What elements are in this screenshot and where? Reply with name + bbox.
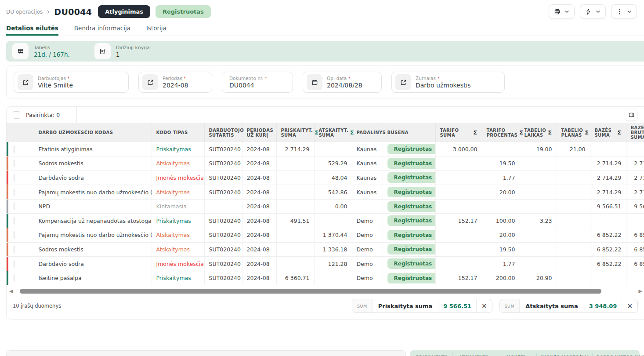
cell-tab_laikas — [520, 156, 557, 171]
total-įmonės-mokes-iai: ĮMONĖS MOKESČIAI169.32 € — [537, 353, 593, 356]
printer-button[interactable] — [549, 4, 575, 19]
select-all-checkbox[interactable] — [13, 111, 20, 119]
sigma-icon[interactable]: Σ — [519, 129, 523, 136]
total-darbo-vietos-kaina: DARBO VIETOS KAINA9735.83 € — [593, 353, 644, 356]
close-icon[interactable]: × — [622, 299, 637, 312]
cell-code: Pajamų mokestis nuo darbo užmokesčio (20… — [34, 185, 152, 200]
cell-code: Kompensacija už nepanaudotas atostogas — [34, 214, 152, 228]
column-header-tab_laikas[interactable]: TABELIO LAIKASΣ — [520, 123, 557, 142]
row-status-badge: Registruotas — [387, 187, 436, 197]
tab-bendra-informacija[interactable]: Bendra informacija — [74, 25, 130, 36]
info-card-label: Didžioji knyga — [116, 45, 150, 51]
scrollbar-track[interactable] — [14, 289, 637, 294]
close-icon[interactable]: × — [477, 299, 492, 312]
table-row[interactable]: Kompensacija už nepanaudotas atostogasPr… — [7, 214, 644, 228]
kebab-button[interactable] — [611, 4, 637, 19]
cell-tipas: Įmonės mokesčiai — [152, 171, 204, 185]
table-row[interactable]: Darbdavio sodraĮmonės mokesčiaiSUT020240… — [7, 171, 644, 185]
table-row[interactable]: Etatinis atlyginimasPriskaitymasSUT02024… — [7, 142, 644, 156]
cell-sutartis: SUT020240 — [204, 271, 242, 285]
cell-bruto — [626, 214, 644, 228]
chip-label: Priskaityta suma — [373, 299, 439, 312]
field--urnalas[interactable]: Žurnalas *Darbo užmokestis — [391, 72, 505, 93]
column-header-tipas[interactable]: KODO TIPAS — [152, 123, 204, 142]
field-op-data[interactable]: Op. data *2024/08/28 — [303, 72, 382, 93]
sigma-icon[interactable]: Σ — [617, 129, 621, 136]
lines-table-card: Pasirinkta: 0 DARBO UŽMOKESČIO KODASKODO… — [6, 106, 644, 320]
cell-tarifo_proc: 200.00 — [482, 271, 520, 285]
field-dokumento-nr-[interactable]: Dokumento nr. *DU0044 — [222, 72, 293, 93]
row-status-badge: Registruotas — [387, 158, 436, 169]
sigma-icon[interactable]: Σ — [585, 129, 589, 136]
chip-sum-tag: SUM — [500, 299, 520, 312]
column-settings-button[interactable] — [625, 109, 638, 121]
cell-atsk: 542.86 — [314, 185, 352, 200]
row-status-badge: Registruotas — [387, 144, 436, 154]
cell-bruto: 6 852.22 — [626, 242, 644, 257]
cell-busena: Registruotas — [383, 199, 435, 214]
column-header-atsk[interactable]: ATSKAITYT. SUMAΣ — [314, 123, 352, 142]
column-header-sutartis[interactable]: DARBUOTOJO SUTARTIS — [204, 123, 242, 142]
required-asterisk: * — [67, 76, 69, 81]
cell-periodas: 2024-08 — [242, 185, 276, 200]
scrollbar-thumb[interactable] — [20, 289, 601, 294]
table-row[interactable]: Išeitinė pašalpaPriskaitymasSUT020240202… — [7, 271, 644, 285]
cell-tipas: Atskaitymas — [152, 242, 204, 257]
notes-input[interactable] — [6, 350, 406, 356]
scroll-left-arrow-icon[interactable]: ◀ — [9, 289, 13, 294]
table-row[interactable]: Sodros mokestisAtskaitymasSUT0202402024-… — [7, 156, 644, 171]
column-header-bazes[interactable]: BAZĖS SUMAΣ — [590, 123, 626, 142]
column-header-code[interactable]: DARBO UŽMOKESČIO KODAS — [34, 123, 152, 142]
cell-busena: Registruotas — [383, 257, 435, 271]
tab-istorija[interactable]: Istorija — [146, 25, 166, 36]
cell-sutartis: SUT020240 — [204, 257, 242, 271]
breadcrumb[interactable]: DU operacijos — [6, 9, 43, 15]
field-darbuotojas[interactable]: Darbuotojas *Viltė Smiltė — [14, 72, 129, 93]
cell-code: Pajamų mokestis nuo darbo užmokesčio (20… — [34, 228, 152, 243]
field-periodas[interactable]: Periodas *2024-08 — [138, 72, 212, 93]
column-header-tarifo_proc[interactable]: TARIFO PROCENTASΣ — [482, 123, 520, 142]
column-header-tab_planas[interactable]: TABELIO PLANASΣ — [557, 123, 590, 142]
bolt-button[interactable] — [580, 4, 606, 19]
sigma-icon[interactable]: Σ — [473, 129, 477, 136]
horizontal-scrollbar[interactable]: ◀ ▶ — [9, 287, 642, 294]
table-row[interactable]: Pajamų mokestis nuo darbo užmokesčio (20… — [7, 228, 644, 243]
ledger-icon — [99, 48, 106, 55]
row-checkbox[interactable] — [14, 217, 14, 225]
sigma-icon[interactable]: Σ — [315, 129, 318, 136]
column-header-prisk[interactable]: PRISKAITYT. SUMAΣ — [276, 123, 314, 142]
info-card-label: Tabelis — [34, 45, 70, 51]
tab-detalios-eilutės[interactable]: Detalios eilutės — [6, 25, 58, 36]
row-checkbox[interactable] — [14, 203, 14, 210]
table-row[interactable]: Pajamų mokestis nuo darbo užmokesčio (20… — [7, 185, 644, 200]
cell-sutartis: SUT020240 — [204, 156, 242, 171]
row-checkbox[interactable] — [14, 231, 14, 239]
sigma-icon[interactable]: Σ — [548, 129, 552, 136]
sigma-icon[interactable]: Σ — [350, 129, 354, 136]
row-checkbox[interactable] — [14, 246, 14, 253]
row-checkbox[interactable] — [14, 260, 14, 268]
cell-prisk: 2 714.29 — [276, 142, 314, 156]
column-header-busena[interactable]: BŪSENA — [383, 123, 435, 142]
table-row[interactable]: NPDKintamasis2024-080.00Registruotas9 56… — [7, 199, 644, 214]
row-checkbox[interactable] — [14, 160, 14, 167]
row-checkbox[interactable] — [14, 189, 14, 196]
column-header-padalinys[interactable]: PADALINYS — [352, 123, 383, 142]
tab-bar: Detalios eilutėsBendra informacijaIstori… — [0, 25, 644, 36]
row-checkbox[interactable] — [14, 274, 14, 282]
row-checkbox[interactable] — [14, 145, 14, 153]
column-header-tarifo_suma[interactable]: TARIFO SUMAΣ — [435, 123, 482, 142]
column-header-periodas[interactable]: PERIODAS UŽ KURĮ — [242, 123, 276, 142]
scroll-right-arrow-icon[interactable]: ▶ — [639, 289, 642, 294]
cell-prisk — [276, 185, 314, 200]
cell-tipas: Atskaitymas — [152, 156, 204, 171]
cell-padalinys: Kaunas — [352, 185, 383, 200]
cell-atsk: 1 370.44 — [314, 228, 352, 243]
row-checkbox[interactable] — [14, 174, 14, 182]
column-header-bruto[interactable]: BAZĖS BRUTO SUMAΣ — [626, 123, 644, 142]
selection-row: Pasirinkta: 0 — [7, 107, 644, 123]
field-value: Viltė Smiltė — [38, 82, 73, 89]
row-status-badge: Registruotas — [387, 172, 436, 183]
table-row[interactable]: Darbdavio sodraĮmonės mokesčiaiSUT020240… — [7, 257, 644, 271]
table-row[interactable]: Sodros mokestisAtskaitymasSUT0202402024-… — [7, 242, 644, 257]
